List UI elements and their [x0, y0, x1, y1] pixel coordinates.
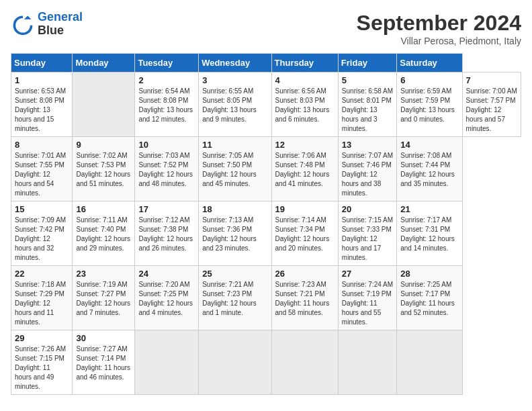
- col-tuesday: Tuesday: [135, 54, 199, 73]
- col-monday: Monday: [73, 54, 135, 73]
- table-row: 17Sunrise: 7:12 AMSunset: 7:38 PMDayligh…: [135, 201, 199, 266]
- table-row: [397, 330, 462, 395]
- table-row: 19Sunrise: 7:14 AMSunset: 7:34 PMDayligh…: [271, 201, 338, 266]
- table-row: 18Sunrise: 7:13 AMSunset: 7:36 PMDayligh…: [199, 201, 271, 266]
- table-row: 1Sunrise: 6:53 AMSunset: 8:08 PMDaylight…: [11, 73, 73, 137]
- table-row: 15Sunrise: 7:09 AMSunset: 7:42 PMDayligh…: [11, 201, 73, 266]
- logo-text: General Blue: [38, 11, 83, 38]
- logo: General Blue: [11, 11, 83, 38]
- table-row: 12Sunrise: 7:06 AMSunset: 7:48 PMDayligh…: [271, 137, 338, 201]
- table-row: 6Sunrise: 6:59 AMSunset: 7:59 PMDaylight…: [397, 73, 462, 137]
- table-row: 5Sunrise: 6:58 AMSunset: 8:01 PMDaylight…: [338, 73, 396, 137]
- col-saturday: Saturday: [397, 54, 462, 73]
- table-row: 20Sunrise: 7:15 AMSunset: 7:33 PMDayligh…: [338, 201, 396, 266]
- table-row: [73, 73, 135, 137]
- logo-line2: Blue: [38, 24, 64, 37]
- logo-line1: General: [38, 10, 83, 24]
- table-row: 26Sunrise: 7:23 AMSunset: 7:21 PMDayligh…: [271, 266, 338, 330]
- table-row: [199, 330, 271, 395]
- table-row: 27Sunrise: 7:24 AMSunset: 7:19 PMDayligh…: [338, 266, 396, 330]
- logo-icon: [11, 12, 35, 36]
- table-row: 3Sunrise: 6:55 AMSunset: 8:05 PMDaylight…: [199, 73, 271, 137]
- col-thursday: Thursday: [271, 54, 338, 73]
- table-row: 16Sunrise: 7:11 AMSunset: 7:40 PMDayligh…: [73, 201, 135, 266]
- calendar-table: Sunday Monday Tuesday Wednesday Thursday…: [11, 53, 521, 395]
- table-row: 11Sunrise: 7:05 AMSunset: 7:50 PMDayligh…: [199, 137, 271, 201]
- table-row: 2Sunrise: 6:54 AMSunset: 8:08 PMDaylight…: [135, 73, 199, 137]
- table-row: 4Sunrise: 6:56 AMSunset: 8:03 PMDaylight…: [271, 73, 338, 137]
- table-row: [135, 330, 199, 395]
- table-row: 9Sunrise: 7:02 AMSunset: 7:53 PMDaylight…: [73, 137, 135, 201]
- table-row: 28Sunrise: 7:25 AMSunset: 7:17 PMDayligh…: [397, 266, 462, 330]
- table-row: [271, 330, 338, 395]
- table-row: 30Sunrise: 7:27 AMSunset: 7:14 PMDayligh…: [73, 330, 135, 395]
- page-header: General Blue September 2024 Villar Peros…: [11, 11, 521, 46]
- table-row: 29Sunrise: 7:26 AMSunset: 7:15 PMDayligh…: [11, 330, 73, 395]
- title-area: September 2024 Villar Perosa, Piedmont, …: [357, 11, 521, 46]
- table-row: 10Sunrise: 7:03 AMSunset: 7:52 PMDayligh…: [135, 137, 199, 201]
- table-row: 22Sunrise: 7:18 AMSunset: 7:29 PMDayligh…: [11, 266, 73, 330]
- table-row: 7Sunrise: 7:00 AMSunset: 7:57 PMDaylight…: [462, 73, 521, 137]
- table-row: 14Sunrise: 7:08 AMSunset: 7:44 PMDayligh…: [397, 137, 462, 201]
- table-row: 23Sunrise: 7:19 AMSunset: 7:27 PMDayligh…: [73, 266, 135, 330]
- location-subtitle: Villar Perosa, Piedmont, Italy: [357, 36, 521, 46]
- table-row: 25Sunrise: 7:21 AMSunset: 7:23 PMDayligh…: [199, 266, 271, 330]
- col-friday: Friday: [338, 54, 396, 73]
- table-row: 21Sunrise: 7:17 AMSunset: 7:31 PMDayligh…: [397, 201, 462, 266]
- table-row: 8Sunrise: 7:01 AMSunset: 7:55 PMDaylight…: [11, 137, 73, 201]
- col-sunday: Sunday: [11, 54, 73, 73]
- table-row: 24Sunrise: 7:20 AMSunset: 7:25 PMDayligh…: [135, 266, 199, 330]
- table-row: 13Sunrise: 7:07 AMSunset: 7:46 PMDayligh…: [338, 137, 396, 201]
- col-wednesday: Wednesday: [199, 54, 271, 73]
- table-row: [338, 330, 396, 395]
- month-title: September 2024: [357, 11, 521, 36]
